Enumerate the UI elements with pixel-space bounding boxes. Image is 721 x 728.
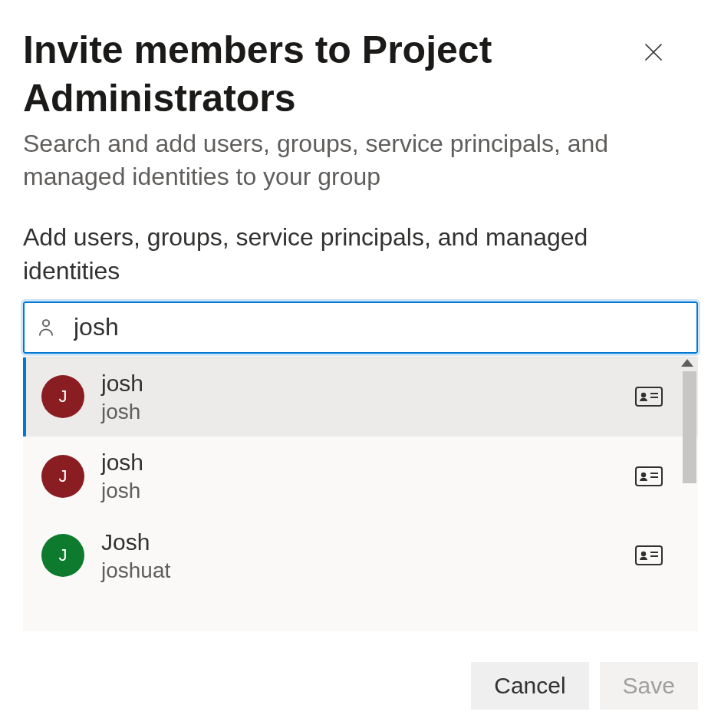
cancel-button[interactable]: Cancel — [471, 662, 588, 710]
result-display-name: josh — [101, 447, 635, 477]
svg-point-2 — [43, 320, 49, 326]
scroll-thumb[interactable] — [683, 371, 696, 483]
svg-point-8 — [641, 473, 646, 477]
avatar-initial: J — [59, 387, 67, 407]
contact-card-icon — [635, 466, 663, 487]
panel-title: Invite members to Project Administrators — [23, 26, 606, 123]
svg-point-4 — [641, 393, 646, 397]
person-icon — [35, 317, 57, 338]
close-icon — [643, 41, 664, 63]
avatar: J — [41, 375, 84, 418]
avatar-initial: J — [59, 545, 67, 565]
search-result[interactable]: J josh josh — [23, 357, 698, 436]
result-sub-name: josh — [101, 398, 635, 426]
panel-subtitle: Search and add users, groups, service pr… — [23, 127, 652, 193]
invite-members-panel: Invite members to Project Administrators… — [0, 0, 721, 728]
dropdown-scrollbar[interactable] — [677, 357, 698, 631]
search-result[interactable]: J josh josh — [23, 436, 698, 516]
search-results-dropdown: J josh josh J josh — [23, 357, 698, 631]
result-display-name: josh — [101, 368, 635, 398]
scroll-up-icon — [680, 357, 695, 367]
avatar: J — [41, 455, 84, 498]
contact-card-icon — [635, 386, 663, 407]
avatar-initial: J — [59, 466, 67, 486]
result-display-name: Josh — [101, 527, 635, 557]
result-sub-name: josh — [101, 477, 635, 505]
search-result[interactable]: J Josh joshuat — [23, 516, 698, 595]
save-button[interactable]: Save — [600, 662, 698, 710]
search-input[interactable] — [72, 312, 686, 342]
svg-point-12 — [641, 552, 646, 556]
avatar: J — [41, 534, 84, 577]
contact-card-icon — [635, 545, 663, 566]
result-sub-name: joshuat — [101, 557, 635, 585]
search-box[interactable] — [23, 301, 698, 354]
search-field-label: Add users, groups, service principals, a… — [23, 221, 652, 287]
close-button[interactable] — [638, 37, 669, 68]
panel-footer: Cancel Save — [471, 662, 698, 710]
